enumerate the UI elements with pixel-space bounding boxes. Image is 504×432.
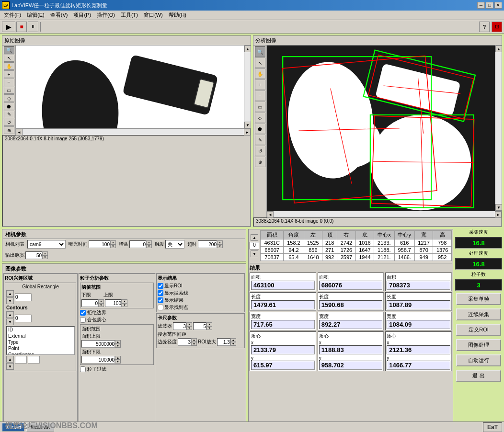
rotate-tool[interactable]: ↺ [4,119,14,126]
analysis-draw-tool[interactable]: ✎ [255,135,265,145]
maximize-button[interactable]: □ [486,2,493,9]
reject-border-check[interactable] [80,310,86,316]
roi-down1[interactable]: ▼ [6,297,14,304]
menu-help[interactable]: 帮助(H) [166,11,189,19]
exposure-input[interactable]: 100 [89,240,110,248]
analysis-vscroll[interactable]: ▲ ▼ [495,45,502,211]
menu-window[interactable]: 窗口(W) [141,11,166,19]
pause-button[interactable]: ⏸ [28,22,38,32]
search-input[interactable]: 5 [193,322,206,330]
auto-run-button[interactable]: 自动运行 [456,354,501,366]
help-button[interactable]: ? [479,22,490,32]
filter-down[interactable]: ▼ [186,326,192,330]
menu-tools[interactable]: 工具(T) [118,11,141,19]
contour-up[interactable]: ▲ [6,356,14,363]
area-upper-down[interactable]: ▼ [115,344,121,348]
pan-tool[interactable]: ✋ [4,62,14,70]
run-button[interactable]: ▶ [2,22,15,32]
timeout-up[interactable]: ▲ [217,240,223,244]
show-search-check[interactable] [158,290,163,296]
continuous-capture-button[interactable]: 连续采集 [456,308,501,320]
rect-tool[interactable]: ▭ [4,87,14,94]
exit-button[interactable]: 退 出 [456,370,501,382]
extra-button[interactable]: ⊡ [492,22,502,32]
menu-view[interactable]: 查看(V) [47,11,71,19]
analysis-hscroll[interactable]: ◄ ► [267,211,502,217]
roi-up1[interactable]: ▲ [6,290,14,297]
pointer-tool[interactable]: ↖ [4,55,14,62]
single-capture-button[interactable]: 采集单帧 [456,293,501,305]
contour-external[interactable]: External [7,333,74,339]
exposure-down[interactable]: ▼ [110,244,116,248]
gain-up[interactable]: ▲ [146,240,152,244]
draw-tool[interactable]: ✎ [4,111,14,118]
thresh-low-up[interactable]: ▲ [98,299,104,303]
original-hscroll[interactable]: ◄ ► [16,128,251,135]
analysis-shape-tool[interactable]: ⬟ [255,124,265,134]
table-down-arrow[interactable]: ▼ [251,250,258,257]
area-upper-up[interactable]: ▲ [115,340,121,344]
threshold-high[interactable]: 100 [105,299,122,307]
contour-coords[interactable]: Coordinates [7,352,74,355]
filter-up[interactable]: ▲ [186,322,192,326]
minimize-button[interactable]: ─ [477,2,485,9]
pulse-up[interactable]: ▲ [42,251,48,255]
gain-input[interactable]: 0 [129,240,146,248]
contour-input2[interactable] [28,356,40,364]
contour-point[interactable]: Point [7,345,74,352]
define-roi-button[interactable]: 定义ROI [456,324,501,336]
table-up-arrow[interactable]: ▲ [251,234,258,241]
analysis-zoomin-btn[interactable]: + [255,80,265,90]
roi-up2[interactable]: ▲ [6,311,14,318]
analysis-rotate-tool[interactable]: ↺ [255,146,265,156]
timeout-input[interactable]: 200 [198,240,217,248]
zoom-out-btn[interactable]: − [4,79,14,86]
show-found-check[interactable] [158,305,163,310]
search-up[interactable]: ▲ [206,322,212,326]
analysis-rect-tool[interactable]: ▭ [255,102,265,112]
menu-operate[interactable]: 操作(O) [94,11,118,19]
shape-tool[interactable]: ⬟ [4,102,14,110]
edge-down[interactable]: ▼ [191,342,197,346]
search-down[interactable]: ▼ [206,326,212,330]
particle-filter-check[interactable] [80,366,86,372]
roi-val2[interactable]: 0 [15,315,32,322]
filter-input[interactable]: 3 [173,322,186,330]
gain-down[interactable]: ▼ [146,244,152,248]
crosshair-tool[interactable]: ⊕ [4,126,14,134]
contour-input[interactable] [15,356,27,364]
pulse-input[interactable]: 50 [25,251,42,259]
thresh-high-down[interactable]: ▼ [122,303,127,307]
show-roi-check[interactable] [158,283,163,289]
thresh-high-up[interactable]: ▲ [122,299,127,303]
analysis-poly-tool[interactable]: ◇ [255,113,265,123]
edge-input[interactable]: 3 [178,338,191,346]
menu-edit[interactable]: 编辑(E) [24,11,47,19]
threshold-low[interactable]: 0 [81,299,98,307]
original-vscroll[interactable]: ▲ ▼ [244,45,251,128]
fill-center-check[interactable] [80,317,86,323]
poly-tool[interactable]: ◇ [4,94,14,102]
pulse-down[interactable]: ▼ [42,255,48,259]
analysis-pointer-tool[interactable]: ↖ [255,57,265,68]
menu-project[interactable]: 项目(P) [70,11,94,19]
thresh-low-down[interactable]: ▼ [98,303,104,307]
roi-expand-up[interactable]: ▲ [230,338,236,342]
area-lower-input[interactable]: 100000 [81,356,115,364]
analysis-zoom-tool[interactable]: 🔍 [255,46,265,57]
analysis-pan-tool[interactable]: ✋ [255,68,265,79]
image-process-button[interactable]: 图像处理 [456,339,501,351]
stop-button[interactable]: ■ [16,22,27,32]
area-lower-up[interactable]: ▲ [115,356,121,360]
area-lower-down[interactable]: ▼ [115,360,121,364]
contours-list[interactable]: ID External Type Point Coordinates [6,326,75,355]
zoom-in-btn[interactable]: + [4,70,14,78]
contour-down[interactable]: ▼ [6,363,14,370]
menu-file[interactable]: 文件(F) [1,11,24,19]
trigger-select[interactable]: 关 [165,240,184,249]
timeout-down[interactable]: ▼ [217,244,223,248]
close-button[interactable]: ✕ [494,2,502,9]
analysis-zoomout-btn[interactable]: − [255,91,265,101]
roi-expand-down[interactable]: ▼ [230,342,236,346]
exposure-up[interactable]: ▲ [110,240,116,244]
